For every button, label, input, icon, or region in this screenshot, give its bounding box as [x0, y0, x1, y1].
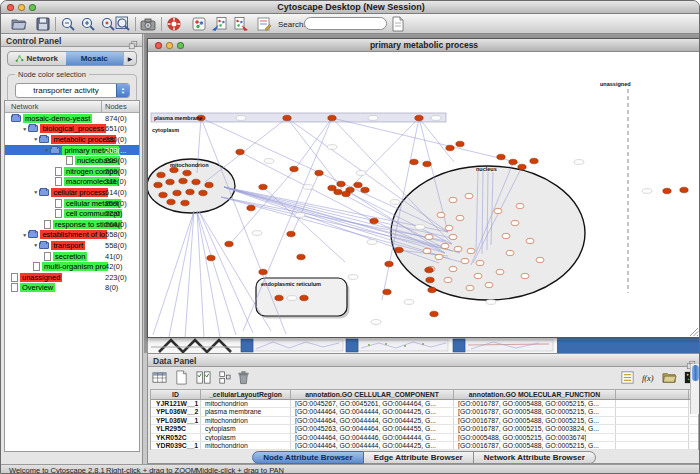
tab-network-attribute-browser[interactable]: Network Attribute Browser	[474, 451, 596, 464]
network-node[interactable]	[444, 277, 452, 282]
network-node[interactable]	[485, 282, 493, 287]
scrollbar-thumb[interactable]	[692, 365, 699, 381]
table-row[interactable]: YKR052Ccytoplasm[GO:0044464, GO:0044446,…	[151, 434, 698, 442]
tab-node-attribute-browser[interactable]: Node Attribute Browser	[252, 451, 364, 464]
network-node[interactable]	[516, 203, 524, 208]
network-node[interactable]	[205, 182, 213, 188]
network-node[interactable]	[509, 159, 517, 165]
network-node[interactable]	[297, 254, 305, 260]
table-scrollbar[interactable]	[690, 364, 700, 414]
network-window-titlebar[interactable]: primary metabolic process	[148, 39, 700, 52]
tree-row[interactable]: multi-organism pro42(0)	[5, 261, 139, 272]
network-node[interactable]	[186, 189, 194, 195]
tree-row[interactable]: ▼establishment of lo558(0)	[5, 230, 139, 241]
network-node[interactable]	[502, 233, 510, 238]
network-node[interactable]	[395, 247, 403, 253]
network-node[interactable]	[334, 189, 342, 195]
network-node[interactable]	[456, 215, 464, 220]
network-node[interactable]	[247, 205, 255, 211]
network-node[interactable]	[337, 181, 345, 187]
network-node[interactable]	[456, 141, 464, 147]
network-node[interactable]	[183, 170, 191, 176]
new-attribute-icon[interactable]	[174, 370, 189, 385]
network-node[interactable]	[415, 115, 423, 121]
tab-mosaic[interactable]: Mosaic	[66, 52, 124, 65]
network-node[interactable]	[179, 178, 187, 184]
network-canvas[interactable]: plasma membranecytoplasmmitochondrionnuc…	[148, 52, 700, 337]
network-node[interactable]	[426, 277, 434, 283]
column-header[interactable]: ID	[151, 390, 201, 399]
table-row[interactable]: YPL036W__2plasma membrane[GO:0044464, GO…	[151, 408, 698, 416]
network-node[interactable]	[328, 115, 336, 121]
network-node[interactable]	[494, 208, 502, 213]
network-node[interactable]	[173, 190, 181, 196]
import-network-icon[interactable]	[211, 16, 227, 32]
network-node[interactable]	[449, 234, 457, 239]
function-builder-icon[interactable]: f(x)	[641, 370, 656, 385]
network-node[interactable]	[428, 287, 436, 293]
network-node[interactable]	[536, 257, 544, 262]
unselect-attributes-icon[interactable]	[217, 370, 232, 385]
tab-network[interactable]: Network	[8, 52, 66, 65]
node-color-dropdown[interactable]: transporter activity ▲▼	[15, 83, 130, 98]
table-row[interactable]: YPL036W__1mitochondrion[GO:0044464, GO:0…	[151, 417, 698, 425]
network-node[interactable]	[521, 273, 529, 278]
network-node[interactable]	[496, 269, 504, 274]
network-node[interactable]	[290, 166, 298, 172]
tree-row[interactable]: Overview8(0)	[5, 283, 139, 294]
table-row[interactable]: YDR039C__1mitochondrion[GO:0044464, GO:0…	[151, 442, 698, 450]
network-node[interactable]	[410, 159, 418, 165]
network-node[interactable]	[283, 115, 291, 121]
network-node[interactable]	[680, 187, 688, 193]
tree-row[interactable]: mosaic-demo-yeast874(0)	[5, 113, 139, 124]
tree-row[interactable]: response to stimulu264(0)	[5, 219, 139, 230]
export-network-icon[interactable]	[233, 16, 249, 32]
network-node[interactable]	[423, 161, 431, 167]
column-header[interactable]: annotation.GO MOLECULAR_FUNCTION	[454, 390, 616, 399]
network-node[interactable]	[425, 234, 433, 239]
vizmapper-icon[interactable]	[191, 16, 207, 32]
delete-attribute-icon[interactable]	[236, 370, 251, 385]
tree-row[interactable]: nitrogen compo209(0)	[5, 166, 139, 177]
search-input[interactable]	[304, 17, 387, 30]
network-node[interactable]	[167, 199, 175, 205]
zoom-selected-icon[interactable]	[100, 16, 116, 32]
tree-row[interactable]: cellular metabol209(0)	[5, 198, 139, 209]
annotation-icon[interactable]	[256, 16, 272, 32]
snapshot-icon[interactable]	[140, 16, 156, 32]
network-node[interactable]	[425, 267, 433, 273]
help-icon[interactable]	[166, 16, 182, 32]
network-node[interactable]	[441, 243, 449, 248]
expander-icon[interactable]: ▼	[33, 190, 38, 195]
save-icon[interactable]	[35, 16, 51, 32]
tree-column-nodes[interactable]: Nodes	[105, 102, 127, 111]
network-node[interactable]	[259, 184, 267, 190]
column-header[interactable]: annotation.GO CELLULAR_COMPONENT	[291, 390, 454, 399]
network-node[interactable]	[354, 182, 362, 188]
network-node[interactable]	[170, 167, 178, 173]
network-node[interactable]	[157, 172, 165, 178]
zoom-fit-icon[interactable]	[115, 16, 131, 32]
attribute-list-icon[interactable]	[620, 370, 635, 385]
tree-row[interactable]: ▼primary metabo209(...	[5, 145, 139, 156]
network-node[interactable]	[474, 273, 482, 278]
column-header[interactable]	[616, 390, 689, 399]
tree-row[interactable]: ▼transport558(0)	[5, 240, 139, 251]
network-node[interactable]	[342, 191, 350, 197]
tree-row[interactable]: macromolecule311(0)	[5, 177, 139, 188]
network-node[interactable]	[506, 250, 514, 255]
network-node[interactable]	[446, 145, 454, 151]
tree-row[interactable]: ▼cellular process614(0)	[5, 187, 139, 198]
expander-icon[interactable]: ▼	[44, 147, 49, 152]
import-table-icon[interactable]	[662, 370, 677, 385]
network-node[interactable]	[497, 154, 505, 160]
network-node[interactable]	[225, 241, 233, 247]
advanced-search-icon[interactable]	[390, 16, 406, 32]
network-node[interactable]	[465, 193, 473, 198]
tree-column-network[interactable]: Network	[11, 102, 39, 111]
network-node[interactable]	[154, 182, 162, 188]
network-node[interactable]	[663, 188, 671, 194]
network-node[interactable]	[192, 179, 200, 185]
network-node[interactable]	[423, 248, 431, 253]
network-node[interactable]	[275, 295, 283, 301]
